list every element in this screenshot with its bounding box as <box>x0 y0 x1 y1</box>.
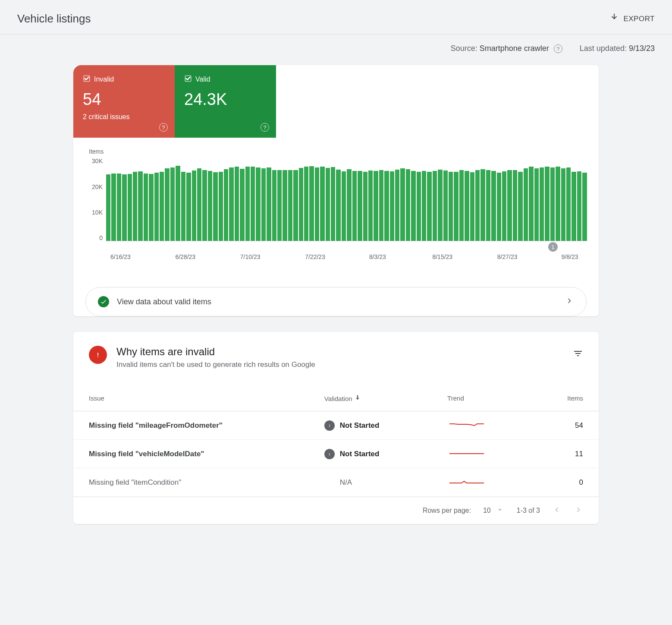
chart-bar[interactable] <box>534 168 539 241</box>
chart-bar[interactable] <box>572 172 576 241</box>
chart-bar[interactable] <box>417 172 421 241</box>
chart-bar[interactable] <box>251 167 255 241</box>
chart-bar[interactable] <box>465 171 469 241</box>
chart-bar[interactable] <box>213 172 217 241</box>
chart-bar[interactable] <box>154 173 159 241</box>
chart-bar[interactable] <box>304 167 308 241</box>
chart-bar[interactable] <box>111 174 116 241</box>
chart-bar[interactable] <box>293 170 298 241</box>
chart-bar[interactable] <box>540 167 544 241</box>
chart-bar[interactable] <box>277 170 282 241</box>
chart-bar[interactable] <box>433 171 437 241</box>
chart-bar[interactable] <box>128 174 132 241</box>
view-valid-items-button[interactable]: View data about valid items <box>85 287 587 316</box>
chart-bar[interactable] <box>326 168 330 241</box>
chart-bar[interactable] <box>256 167 260 241</box>
chart-bar[interactable] <box>459 170 464 241</box>
chart-bar[interactable] <box>267 167 271 241</box>
chart-bar[interactable] <box>160 172 164 241</box>
chart-bar[interactable] <box>106 174 110 241</box>
col-items[interactable]: Items <box>532 385 599 411</box>
chart-bar[interactable] <box>363 172 367 241</box>
col-trend[interactable]: Trend <box>432 385 532 411</box>
chart-bar[interactable] <box>502 171 506 241</box>
chart-bar[interactable] <box>395 170 399 241</box>
tile-valid[interactable]: Valid 24.3K ? <box>175 65 276 138</box>
chart-bar[interactable] <box>545 167 549 241</box>
chart-bar[interactable] <box>480 169 485 241</box>
chart-bar[interactable] <box>422 171 426 241</box>
chart-bar[interactable] <box>524 168 528 241</box>
chart-bar[interactable] <box>358 171 362 241</box>
chart-bar[interactable] <box>427 172 431 241</box>
chart-bar[interactable] <box>491 171 496 241</box>
chart-bar[interactable] <box>315 167 319 241</box>
chart-bar[interactable] <box>122 174 126 241</box>
chart-bar[interactable] <box>170 167 175 241</box>
pager-next-button[interactable] <box>574 505 583 516</box>
chart-bar[interactable] <box>379 170 383 241</box>
filter-button[interactable] <box>573 348 583 360</box>
chart-bar[interactable] <box>497 173 501 241</box>
chart-bar[interactable] <box>556 167 560 241</box>
chart-bar[interactable] <box>208 171 212 241</box>
chart-bar[interactable] <box>513 170 517 241</box>
export-button[interactable]: EXPORT <box>609 13 655 25</box>
chart-bar[interactable] <box>507 170 512 241</box>
table-row[interactable]: Missing field "vehicleModelDate"Not Star… <box>73 440 599 468</box>
chart-bar[interactable] <box>197 168 201 241</box>
pager-prev-button[interactable] <box>552 505 562 516</box>
chart-bar[interactable] <box>331 167 335 241</box>
help-icon[interactable]: ? <box>159 123 168 132</box>
help-icon[interactable]: ? <box>554 44 562 53</box>
chart-bar[interactable] <box>144 174 148 241</box>
chart-bar[interactable] <box>352 171 357 241</box>
chart-bar[interactable] <box>561 168 565 241</box>
chart-bar[interactable] <box>181 172 185 241</box>
chart-event-badge[interactable]: 1 <box>548 242 558 252</box>
chart-bar[interactable] <box>347 169 351 241</box>
col-validation[interactable]: Validation <box>309 385 432 411</box>
chart-bar[interactable] <box>176 166 180 241</box>
chart-bar[interactable] <box>149 174 153 241</box>
chart-bar[interactable] <box>192 170 196 241</box>
rows-per-page-select[interactable]: 10 <box>483 505 505 516</box>
chart-bar[interactable] <box>454 172 458 241</box>
chart-bar[interactable] <box>283 170 287 241</box>
chart-bars[interactable] <box>106 155 587 241</box>
chart-bar[interactable] <box>406 169 410 241</box>
help-icon[interactable]: ? <box>261 123 269 132</box>
chart-bar[interactable] <box>400 168 405 241</box>
chart-bar[interactable] <box>117 174 121 241</box>
chart-bar[interactable] <box>272 170 276 241</box>
chart-bar[interactable] <box>235 167 239 241</box>
chart-bar[interactable] <box>219 172 223 241</box>
chart-bar[interactable] <box>133 172 137 241</box>
chart-bar[interactable] <box>449 172 453 241</box>
chart-bar[interactable] <box>470 172 474 241</box>
chart-bar[interactable] <box>529 167 533 241</box>
chart-bar[interactable] <box>577 171 581 241</box>
table-row[interactable]: Missing field "itemCondition"N/A0 <box>73 468 599 497</box>
chart-bar[interactable] <box>138 171 142 241</box>
chart-bar[interactable] <box>202 170 207 241</box>
col-issue[interactable]: Issue <box>73 385 309 411</box>
chart-bar[interactable] <box>374 171 378 241</box>
chart-bar[interactable] <box>550 167 555 241</box>
chart-bar[interactable] <box>566 167 571 241</box>
chart-bar[interactable] <box>518 172 522 241</box>
chart-bar[interactable] <box>475 170 480 241</box>
chart-bar[interactable] <box>486 170 490 241</box>
chart-bar[interactable] <box>261 168 266 241</box>
chart-bar[interactable] <box>384 171 389 241</box>
chart-bar[interactable] <box>309 166 314 241</box>
chart-bar[interactable] <box>240 169 244 241</box>
chart-bar[interactable] <box>336 170 340 241</box>
chart-bar[interactable] <box>245 167 250 241</box>
chart-bar[interactable] <box>186 173 191 241</box>
chart-bar[interactable] <box>368 170 373 241</box>
chart-bar[interactable] <box>390 171 394 241</box>
tile-invalid[interactable]: Invalid 54 2 critical issues ? <box>73 65 175 138</box>
chart-bar[interactable] <box>299 168 303 241</box>
chart-bar[interactable] <box>165 168 169 241</box>
